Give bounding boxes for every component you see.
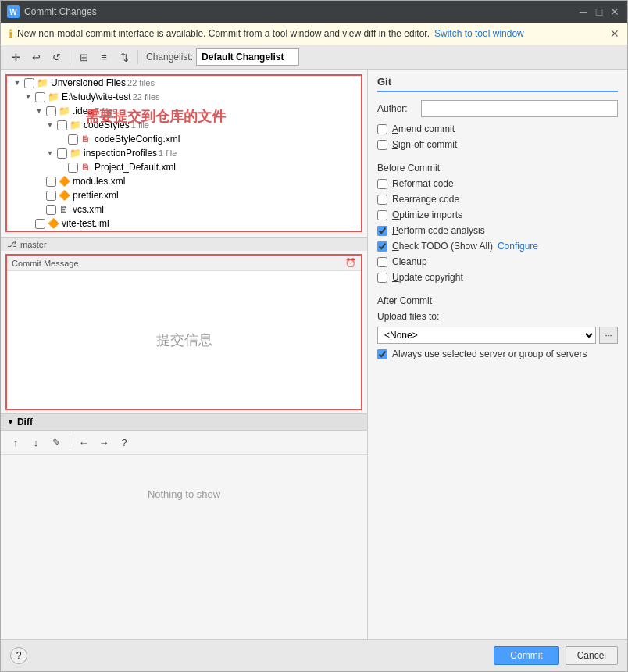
tree-item-prettier[interactable]: ▶ 🔶 prettier.xml	[7, 188, 361, 202]
diff-down-btn[interactable]: ↓	[27, 434, 45, 451]
branch-icon: ⎇	[7, 239, 17, 249]
perform-label[interactable]: Perform code analysis	[392, 225, 485, 236]
cb-inspectionprofiles[interactable]	[57, 148, 67, 159]
cleanup-checkbox[interactable]	[377, 257, 387, 267]
branch-bar: ⎇ master	[1, 237, 367, 251]
cb-vite-iml[interactable]	[35, 219, 45, 229]
optimize-checkbox[interactable]	[377, 210, 387, 220]
file-icon-vite-iml: 🔶	[47, 217, 59, 230]
help-button[interactable]: ?	[10, 647, 27, 664]
optimize-row: Optimize imports	[377, 209, 618, 220]
cancel-button[interactable]: Cancel	[566, 646, 618, 665]
diff-prev-btn[interactable]: ←	[75, 434, 92, 451]
signoff-label[interactable]: Sign-off commit	[392, 139, 457, 150]
main-content: 需要提交到仓库的文件 ▼ 📁 Unversioned Files 22 file…	[1, 70, 627, 639]
toolbar-undo-btn[interactable]: ↩	[27, 48, 45, 66]
author-input[interactable]	[421, 100, 618, 117]
switch-to-tool-window-link[interactable]: Switch to tool window	[434, 28, 524, 39]
file-icon-project-default: 🗎	[80, 161, 92, 173]
arrow-idea[interactable]: ▼	[34, 105, 45, 116]
upload-dots-btn[interactable]: ···	[599, 327, 618, 344]
checktodo-label[interactable]: Check TODO (Show All)	[392, 241, 493, 252]
bottom-right: Commit Cancel	[494, 646, 618, 665]
tree-item-vite-test[interactable]: ▼ 📁 E:\study\vite-test 22 files	[7, 90, 361, 104]
cb-prettier[interactable]	[46, 191, 56, 201]
arrow-codestyles[interactable]: ▼	[45, 120, 55, 130]
cb-modules[interactable]	[46, 177, 56, 187]
upload-label-row: Upload files to:	[377, 311, 618, 322]
bottom-bar: ? Commit Cancel	[1, 639, 627, 671]
upload-select[interactable]: <None>	[377, 327, 596, 344]
cb-project-default[interactable]	[68, 163, 78, 173]
perform-checkbox[interactable]	[377, 226, 387, 236]
diff-edit-btn[interactable]: ✎	[48, 434, 65, 451]
diff-title: Diff	[17, 416, 33, 427]
cb-vcs[interactable]	[46, 205, 56, 215]
before-commit-title: Before Commit	[377, 163, 618, 173]
label-inspectionprofiles: inspectionProfiles	[84, 148, 157, 159]
diff-up-btn[interactable]: ↑	[7, 434, 24, 451]
tree-item-codestyleconfig[interactable]: ▶ 🗎 codeStyleConfig.xml	[7, 132, 361, 146]
tree-item-modules[interactable]: ▶ 🔶 modules.xml	[7, 174, 361, 188]
commit-message-input[interactable]	[7, 271, 361, 409]
label-vite-iml: vite-test.iml	[62, 218, 109, 229]
maximize-button[interactable]: □	[593, 5, 605, 18]
toolbar-add-btn[interactable]: ✛	[7, 48, 24, 66]
close-button[interactable]: ✕	[608, 5, 621, 18]
optimize-label[interactable]: Optimize imports	[392, 209, 462, 220]
tree-item-vcs[interactable]: ▶ 🗎 vcs.xml	[7, 202, 361, 216]
always-use-checkbox[interactable]	[377, 349, 387, 359]
minimize-button[interactable]: ─	[577, 5, 590, 18]
right-panel: Git Author: Amend commit Sign-off commit…	[368, 70, 627, 639]
tree-item-idea[interactable]: ▼ 📁 .idea 7 files	[7, 104, 361, 118]
amend-label[interactable]: Amend commit	[392, 123, 455, 134]
commit-message-icon[interactable]: ⏰	[345, 258, 356, 268]
checktodo-checkbox[interactable]	[377, 241, 387, 252]
info-bar-text: New non-modal commit interface is availa…	[17, 28, 430, 39]
rearrange-checkbox[interactable]	[377, 195, 387, 205]
window-title: Commit Changes	[24, 6, 97, 17]
tree-item-codestyles[interactable]: ▼ 📁 codeStyles 1 file	[7, 118, 361, 132]
info-bar-close-icon[interactable]: ✕	[610, 27, 619, 40]
diff-arrow[interactable]: ▼	[7, 418, 14, 426]
tree-item-inspectionprofiles[interactable]: ▼ 📁 inspectionProfiles 1 file	[7, 146, 361, 160]
toolbar-refresh-btn[interactable]: ↺	[48, 48, 65, 66]
upload-select-row: <None> ···	[377, 327, 618, 344]
arrow-vite-test[interactable]: ▼	[23, 91, 34, 102]
label-vcs: vcs.xml	[73, 204, 104, 215]
rearrange-label[interactable]: Rearrange code	[392, 194, 459, 205]
label-codestyles: codeStyles	[84, 120, 130, 130]
commit-button[interactable]: Commit	[494, 646, 558, 665]
amend-checkbox[interactable]	[377, 124, 387, 134]
arrow-unversioned[interactable]: ▼	[12, 77, 23, 88]
cb-idea[interactable]	[46, 106, 56, 116]
configure-link[interactable]: Configure	[498, 241, 538, 252]
diff-next-btn[interactable]: →	[95, 434, 112, 451]
cb-codestyleconfig[interactable]	[68, 134, 78, 145]
info-bar: ℹ New non-modal commit interface is avai…	[1, 23, 627, 45]
toolbar-group-btn[interactable]: ⊞	[75, 48, 92, 66]
diff-help-btn[interactable]: ?	[116, 434, 133, 451]
cb-unversioned[interactable]	[24, 78, 34, 88]
reformat-checkbox[interactable]	[377, 179, 387, 189]
reformat-label[interactable]: Reformat code	[392, 178, 454, 189]
copyright-label[interactable]: Update copyright	[392, 272, 463, 283]
cb-vite-test[interactable]	[35, 92, 45, 102]
arrow-inspectionprofiles[interactable]: ▼	[45, 148, 55, 159]
always-use-row: Always use selected server or group of s…	[377, 349, 618, 359]
cb-codestyles[interactable]	[57, 120, 67, 130]
cleanup-label[interactable]: Cleanup	[392, 256, 427, 267]
toolbar-sort-btn[interactable]: ≡	[95, 48, 112, 66]
tree-item-vite-iml[interactable]: ▶ 🔶 vite-test.iml	[7, 216, 361, 231]
tree-item-unversioned[interactable]: ▼ 📁 Unversioned Files 22 files	[7, 76, 361, 90]
git-tab[interactable]: Git	[377, 76, 618, 92]
changelist-select[interactable]: Default Changelist	[196, 48, 299, 66]
folder-icon-inspectionprofiles: 📁	[69, 147, 81, 159]
tree-item-project-default[interactable]: ▶ 🗎 Project_Default.xml	[7, 160, 361, 174]
always-use-label[interactable]: Always use selected server or group of s…	[392, 349, 587, 359]
changelist-label: Changelist:	[146, 52, 193, 63]
copyright-checkbox[interactable]	[377, 273, 387, 283]
checktodo-row: Check TODO (Show All) Configure	[377, 241, 618, 252]
signoff-checkbox[interactable]	[377, 140, 387, 150]
toolbar-sort2-btn[interactable]: ⇅	[116, 48, 133, 66]
